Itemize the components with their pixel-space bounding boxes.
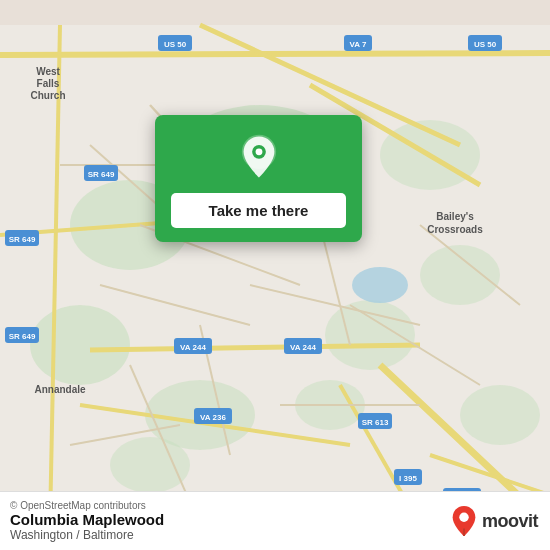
map-background: US 50 VA 7 US 50 SR 649 SR 649 SR 649 VA…: [0, 0, 550, 550]
svg-point-10: [110, 437, 190, 493]
svg-text:SR 649: SR 649: [88, 170, 115, 179]
location-pin-icon: [235, 133, 283, 181]
svg-text:US 50: US 50: [164, 40, 187, 49]
bottom-left: © OpenStreetMap contributors Columbia Ma…: [10, 500, 164, 542]
bottom-bar: © OpenStreetMap contributors Columbia Ma…: [0, 491, 550, 550]
svg-point-11: [352, 267, 408, 303]
moovit-pin-icon: [450, 504, 478, 538]
svg-text:VA 244: VA 244: [180, 343, 206, 352]
svg-text:West: West: [36, 66, 60, 77]
svg-line-12: [0, 53, 550, 55]
osm-attribution: © OpenStreetMap contributors: [10, 500, 164, 511]
svg-point-3: [30, 305, 130, 385]
svg-text:SR 649: SR 649: [9, 332, 36, 341]
svg-text:Bailey's: Bailey's: [436, 211, 474, 222]
svg-point-76: [459, 513, 468, 522]
svg-text:US 50: US 50: [474, 40, 497, 49]
svg-text:SR 649: SR 649: [9, 235, 36, 244]
svg-text:I 395: I 395: [399, 474, 417, 483]
svg-text:Annandale: Annandale: [34, 384, 86, 395]
location-subtitle: Washington / Baltimore: [10, 528, 164, 542]
svg-text:VA 244: VA 244: [290, 343, 316, 352]
svg-text:VA 7: VA 7: [350, 40, 367, 49]
moovit-brand-text: moovit: [482, 511, 538, 532]
location-title: Columbia Maplewood: [10, 511, 164, 528]
svg-text:SR 613: SR 613: [362, 418, 389, 427]
svg-point-9: [460, 385, 540, 445]
take-me-there-button[interactable]: Take me there: [171, 193, 346, 228]
svg-text:Falls: Falls: [37, 78, 60, 89]
popup-card: Take me there: [155, 115, 362, 242]
svg-text:VA 236: VA 236: [200, 413, 226, 422]
svg-point-5: [325, 300, 415, 370]
svg-text:Church: Church: [31, 90, 66, 101]
svg-point-75: [255, 148, 262, 155]
map-container: US 50 VA 7 US 50 SR 649 SR 649 SR 649 VA…: [0, 0, 550, 550]
svg-point-6: [420, 245, 500, 305]
svg-text:Crossroads: Crossroads: [427, 224, 483, 235]
moovit-logo: moovit: [450, 504, 538, 538]
